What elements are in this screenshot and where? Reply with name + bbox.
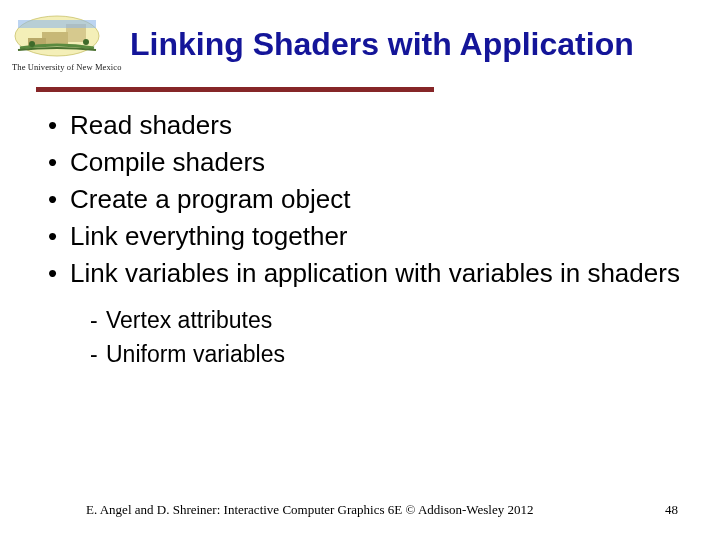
sub-bullet-list: Vertex attributes Uniform variables [90, 305, 680, 369]
title-underline [36, 87, 434, 92]
bullet-item: Link everything together [48, 219, 680, 254]
bullet-item: Link variables in application with varia… [48, 256, 680, 291]
unm-logo-image [12, 12, 102, 60]
slide-title: Linking Shaders with Application [130, 26, 700, 63]
page-number: 48 [665, 502, 678, 518]
unm-logo: The University of New Mexico [12, 12, 102, 72]
bullet-item: Compile shaders [48, 145, 680, 180]
bullet-list: Read shaders Compile shaders Create a pr… [48, 108, 680, 291]
slide-body: Read shaders Compile shaders Create a pr… [48, 108, 680, 372]
sub-bullet-item: Uniform variables [90, 339, 680, 370]
bullet-item: Create a program object [48, 182, 680, 217]
footer-citation: E. Angel and D. Shreiner: Interactive Co… [86, 502, 533, 518]
logo-caption: The University of New Mexico [12, 62, 102, 72]
svg-point-5 [83, 39, 89, 45]
bullet-item: Read shaders [48, 108, 680, 143]
svg-point-4 [29, 41, 35, 47]
svg-rect-6 [18, 20, 96, 28]
sub-bullet-item: Vertex attributes [90, 305, 680, 336]
slide: The University of New Mexico Linking Sha… [0, 0, 720, 540]
footer: E. Angel and D. Shreiner: Interactive Co… [0, 500, 720, 518]
